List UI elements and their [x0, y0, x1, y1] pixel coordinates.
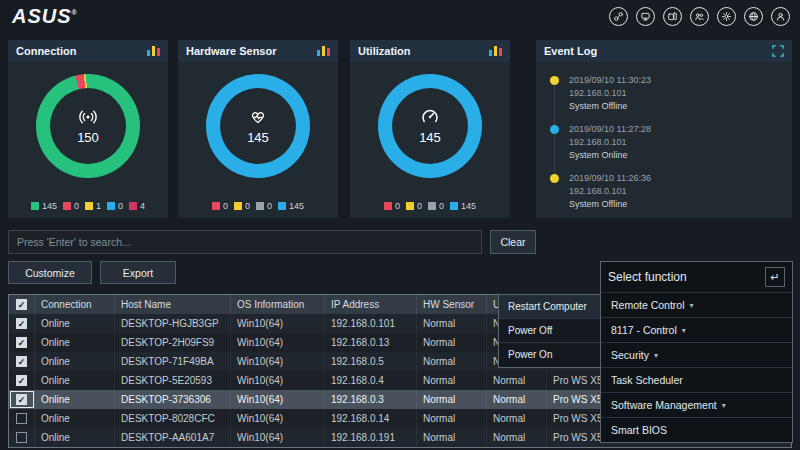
- link-icon[interactable]: [609, 7, 628, 26]
- monitor-icon[interactable]: [636, 7, 655, 26]
- cell-os-information: Win10(64): [231, 390, 325, 409]
- cell-utilization: Normal: [487, 390, 547, 409]
- event-log-panel: Event Log 2019/09/10 11:30:23 192.168.0.…: [536, 40, 792, 218]
- user-group-icon[interactable]: [690, 7, 709, 26]
- function-label: Security: [611, 343, 649, 368]
- utilization-panel-header: Utilization: [350, 40, 510, 62]
- cell-hw-sensor: Normal: [417, 390, 487, 409]
- legend-value: 0: [439, 201, 444, 211]
- function-item[interactable]: Software Management: [601, 392, 792, 417]
- function-item[interactable]: 8117 - Control: [601, 317, 792, 342]
- legend-swatch: [63, 202, 71, 210]
- context-menu: Restart ComputerPower OffPower On: [498, 294, 612, 368]
- legend-item: 0: [234, 201, 250, 211]
- bar-chart-icon[interactable]: [317, 46, 330, 56]
- cell-os-information: Win10(64): [231, 371, 325, 390]
- column-header[interactable]: IP Address: [325, 295, 417, 314]
- cell-host-name: DESKTOP-2H09FS9: [115, 333, 231, 352]
- cell-hw-sensor: Normal: [417, 314, 487, 333]
- row-checkbox[interactable]: [16, 394, 27, 405]
- legend-item: 0: [428, 201, 444, 211]
- bar-chart-icon[interactable]: [489, 46, 502, 56]
- chevron-down-icon: [722, 392, 726, 418]
- cell-ip-address: 192.168.0.101: [325, 314, 417, 333]
- legend-value: 145: [461, 201, 476, 211]
- function-item[interactable]: Remote Control: [601, 292, 792, 317]
- cell-connection: Online: [35, 409, 115, 428]
- cell-hw-sensor: Normal: [417, 371, 487, 390]
- event-ip: 192.168.0.101: [569, 185, 651, 198]
- hardware-sensor-legend: 000145: [178, 201, 338, 211]
- function-panel-title: Select function: [608, 270, 687, 284]
- legend-swatch: [129, 202, 137, 210]
- function-item[interactable]: Security: [601, 342, 792, 367]
- legend-swatch: [31, 202, 39, 210]
- utilization-panel: Utilization 145 000145: [350, 40, 510, 218]
- connection-panel: Connection 150 1450104: [8, 40, 168, 218]
- cell-os-information: Win10(64): [231, 314, 325, 333]
- function-item[interactable]: Task Scheduler: [601, 367, 792, 392]
- gear-icon[interactable]: [717, 7, 736, 26]
- legend-swatch: [234, 202, 242, 210]
- row-checkbox[interactable]: [16, 356, 27, 367]
- select-function-panel: Select function Remote Control 8117 - Co…: [600, 261, 793, 443]
- clear-button[interactable]: Clear: [490, 230, 536, 254]
- expand-icon[interactable]: [772, 45, 784, 57]
- cell-host-name: DESKTOP-3736306: [115, 390, 231, 409]
- legend-swatch: [450, 202, 458, 210]
- globe-icon[interactable]: [744, 7, 763, 26]
- utilization-count: 145: [419, 130, 441, 145]
- gauge-icon: [420, 107, 440, 127]
- connection-donut-chart: 150: [36, 74, 140, 178]
- row-checkbox[interactable]: [16, 413, 27, 424]
- legend-value: 1: [96, 201, 101, 211]
- cell-os-information: Win10(64): [231, 352, 325, 371]
- row-checkbox[interactable]: [16, 375, 27, 386]
- account-icon[interactable]: [771, 7, 790, 26]
- legend-swatch: [428, 202, 436, 210]
- legend-item: 0: [212, 201, 228, 211]
- event-time: 2019/09/10 11:27:28: [569, 123, 651, 136]
- event-list: 2019/09/10 11:30:23 192.168.0.101 System…: [536, 62, 792, 221]
- return-icon[interactable]: [765, 267, 785, 287]
- export-button[interactable]: Export: [100, 261, 176, 284]
- select-all-checkbox[interactable]: [16, 299, 27, 310]
- row-checkbox[interactable]: [16, 432, 27, 443]
- column-header[interactable]: HW Sensor: [417, 295, 487, 314]
- column-header[interactable]: Host Name: [115, 295, 231, 314]
- function-item[interactable]: Smart BIOS: [601, 417, 792, 442]
- context-menu-item[interactable]: Restart Computer: [499, 295, 611, 319]
- legend-value: 0: [74, 201, 79, 211]
- connection-legend: 1450104: [8, 201, 168, 211]
- function-label: Software Management: [611, 393, 717, 418]
- panel-title: Connection: [16, 45, 77, 57]
- legend-item: 0: [384, 201, 400, 211]
- context-menu-item[interactable]: Power On: [499, 343, 611, 367]
- legend-value: 4: [140, 201, 145, 211]
- chevron-down-icon: [654, 342, 658, 368]
- event-ip: 192.168.0.101: [569, 136, 651, 149]
- context-menu-item[interactable]: Power Off: [499, 319, 611, 343]
- panel-title: Event Log: [544, 45, 597, 57]
- utilization-legend: 000145: [350, 201, 510, 211]
- row-checkbox[interactable]: [16, 337, 27, 348]
- registered-mark: ®: [72, 9, 78, 16]
- cell-ip-address: 192.168.0.3: [325, 390, 417, 409]
- customize-button[interactable]: Customize: [8, 261, 92, 284]
- cell-connection: Online: [35, 314, 115, 333]
- bar-chart-icon[interactable]: [147, 46, 160, 56]
- row-checkbox[interactable]: [16, 318, 27, 329]
- chevron-down-icon: [682, 317, 686, 343]
- hardware-sensor-panel-header: Hardware Sensor: [178, 40, 338, 62]
- cell-ip-address: 192.168.0.13: [325, 333, 417, 352]
- cell-ip-address: 192.168.0.14: [325, 409, 417, 428]
- cell-ip-address: 192.168.0.191: [325, 428, 417, 447]
- devices-icon[interactable]: [663, 7, 682, 26]
- hardware-sensor-count: 145: [247, 130, 269, 145]
- legend-swatch: [406, 202, 414, 210]
- asus-control-center-screen: ASUS® Connection 150 1450104 Hardware Se…: [0, 0, 800, 450]
- search-input[interactable]: [8, 230, 482, 254]
- event-ip: 192.168.0.101: [569, 87, 651, 100]
- column-header[interactable]: Connection: [35, 295, 115, 314]
- column-header[interactable]: OS Information: [231, 295, 325, 314]
